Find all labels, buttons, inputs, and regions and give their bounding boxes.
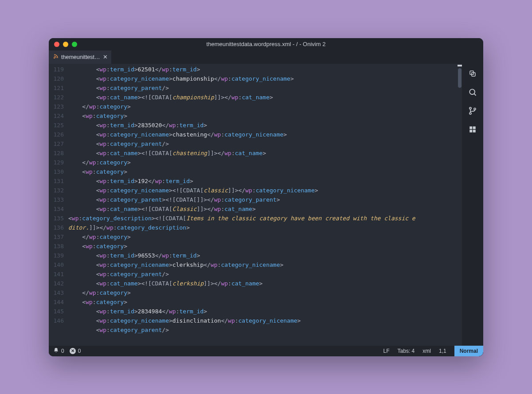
tab-file[interactable]: themeunittest… ✕ — [49, 51, 111, 64]
svg-point-7 — [474, 108, 476, 109]
rss-icon — [53, 54, 59, 60]
svg-line-4 — [474, 94, 476, 95]
svg-point-5 — [469, 107, 471, 109]
editor-scrollbar[interactable] — [458, 64, 462, 346]
notifications-count: 0 — [61, 348, 64, 354]
traffic-lights — [49, 42, 77, 47]
svg-point-3 — [469, 89, 475, 94]
status-tabs[interactable]: Tabs: 4 — [398, 348, 415, 354]
window-minimize-button[interactable] — [63, 42, 68, 47]
scroll-marker — [458, 65, 462, 66]
dashboard-icon[interactable] — [468, 125, 477, 134]
errors-count: 0 — [78, 348, 81, 354]
editor[interactable]: 1191201211221231241251261271281291301311… — [49, 64, 462, 346]
tab-close-icon[interactable]: ✕ — [103, 54, 108, 60]
tab-label: themeunittest… — [61, 54, 100, 60]
line-number-gutter: 1191201211221231241251261271281291301311… — [49, 64, 68, 346]
status-notifications[interactable]: 0 — [53, 347, 64, 355]
status-filetype[interactable]: xml — [422, 348, 431, 354]
tab-bar: themeunittest… ✕ — [49, 51, 483, 64]
copy-icon[interactable] — [468, 69, 477, 78]
error-icon: ✕ — [70, 348, 76, 354]
app-window: themeunittestdata.wordpress.xml - / - On… — [49, 38, 483, 356]
activity-bar — [462, 64, 483, 346]
window-maximize-button[interactable] — [72, 42, 77, 47]
svg-rect-8 — [469, 126, 472, 129]
status-mode[interactable]: Normal — [454, 346, 483, 356]
svg-rect-10 — [469, 129, 472, 132]
search-icon[interactable] — [468, 88, 477, 97]
status-bar: 0 ✕ 0 LF Tabs: 4 xml 1,1 Normal — [49, 346, 483, 356]
titlebar: themeunittestdata.wordpress.xml - / - On… — [49, 38, 483, 51]
svg-rect-9 — [473, 126, 476, 129]
svg-point-0 — [54, 58, 55, 59]
svg-point-6 — [469, 112, 471, 114]
window-close-button[interactable] — [54, 42, 59, 47]
window-title: themeunittestdata.wordpress.xml - / - On… — [49, 41, 483, 47]
svg-rect-11 — [473, 129, 476, 132]
bell-icon — [53, 347, 59, 355]
status-errors[interactable]: ✕ 0 — [70, 348, 81, 354]
status-position[interactable]: 1,1 — [439, 348, 446, 354]
status-eol[interactable]: LF — [383, 348, 390, 354]
git-branch-icon[interactable] — [468, 106, 477, 115]
code-content[interactable]: <wp:term_id>62501</wp:term_id> <wp:categ… — [68, 64, 462, 346]
scroll-thumb[interactable] — [458, 68, 462, 88]
